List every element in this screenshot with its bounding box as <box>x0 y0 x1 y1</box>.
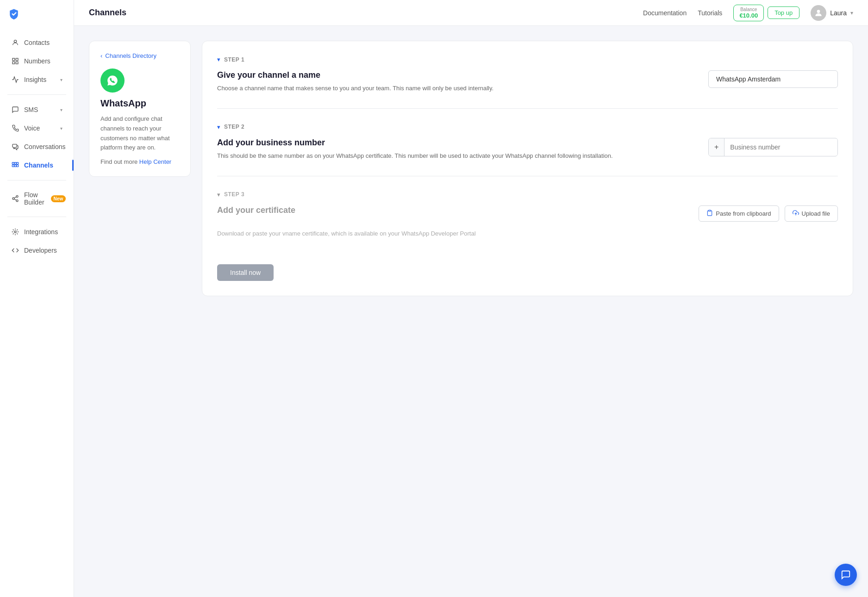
chevron-down-icon: ▾ <box>60 126 62 131</box>
whatsapp-logo <box>100 68 125 93</box>
back-link-label: Channels Directory <box>105 52 156 59</box>
step-1-section: ▾ STEP 1 Give your channel a name Choose… <box>217 56 838 109</box>
svg-rect-5 <box>12 162 14 164</box>
svg-point-12 <box>12 198 14 199</box>
sidebar-item-conversations[interactable]: Conversations <box>4 138 70 155</box>
chevron-down-icon: ▾ <box>217 56 220 63</box>
sidebar-item-insights[interactable]: Insights ▾ <box>4 71 70 88</box>
step-3-header: ▾ STEP 3 <box>217 191 838 198</box>
step-2-label: STEP 2 <box>224 124 244 130</box>
step-1-header: ▾ STEP 1 <box>217 56 838 63</box>
step-3-section: ▾ STEP 3 Add your certificate Paste from… <box>217 191 838 254</box>
sidebar-item-label: Insights <box>24 76 46 83</box>
grid-icon <box>11 57 19 65</box>
step-3-actions: Paste from clipboard Upload file <box>699 205 838 222</box>
svg-point-0 <box>14 40 16 43</box>
sidebar-item-label: Numbers <box>24 57 50 65</box>
svg-rect-6 <box>14 162 16 164</box>
clipboard-icon <box>706 210 713 218</box>
balance-amount: €10.00 <box>739 12 758 19</box>
svg-rect-7 <box>17 162 19 164</box>
documentation-link[interactable]: Documentation <box>643 9 687 17</box>
step-3-content: Add your certificate Paste from clipboar… <box>217 205 838 222</box>
step-2-info: Add your business number This should be … <box>217 138 693 161</box>
conversations-icon <box>11 143 19 151</box>
balance-box: Balance €10.00 <box>733 5 764 21</box>
sidebar-item-integrations[interactable]: Integrations <box>4 223 70 241</box>
sidebar-item-channels[interactable]: Channels <box>4 156 70 174</box>
svg-line-15 <box>14 197 17 198</box>
step-2-section: ▾ STEP 2 Add your business number This s… <box>217 124 838 176</box>
svg-rect-1 <box>12 58 15 61</box>
chevron-down-icon: ▾ <box>60 77 62 82</box>
cert-description: Download or paste your vname certificate… <box>217 229 838 239</box>
business-number-wrap: + <box>708 138 838 156</box>
upload-label: Upload file <box>802 210 830 217</box>
step-1-info: Give your channel a name Choose a channe… <box>217 70 693 93</box>
step-2-content: Add your business number This should be … <box>217 138 838 161</box>
sidebar-item-label: SMS <box>24 106 38 113</box>
step-1-desc: Choose a channel name that makes sense t… <box>217 84 693 93</box>
svg-rect-8 <box>12 165 14 167</box>
sidebar-item-contacts[interactable]: Contacts <box>4 34 70 51</box>
sidebar-item-developers[interactable]: Developers <box>4 242 70 259</box>
chevron-down-icon: ▾ <box>217 191 220 198</box>
topup-button[interactable]: Top up <box>768 6 799 19</box>
paste-from-clipboard-button[interactable]: Paste from clipboard <box>699 205 779 222</box>
sms-icon <box>11 106 19 114</box>
chat-bubble-button[interactable] <box>835 564 857 586</box>
svg-rect-10 <box>17 165 19 167</box>
logo[interactable] <box>0 7 74 33</box>
number-plus-icon[interactable]: + <box>709 138 724 156</box>
voice-icon <box>11 124 19 132</box>
sidebar-item-label: Developers <box>24 247 57 254</box>
sidebar-item-numbers[interactable]: Numbers <box>4 52 70 70</box>
content-area: ‹ Channels Directory WhatsApp Add and co… <box>74 26 868 597</box>
developers-icon <box>11 246 19 255</box>
flow-icon <box>11 194 19 203</box>
sidebar: Contacts Numbers Insights ▾ SMS ▾ Voice … <box>0 0 74 597</box>
sidebar-item-sms[interactable]: SMS ▾ <box>4 101 70 118</box>
step-3-info: Add your certificate <box>217 205 684 219</box>
new-badge: New <box>51 195 66 202</box>
sidebar-item-label: Channels <box>24 162 53 169</box>
help-center-link[interactable]: Help Center <box>139 158 171 165</box>
tutorials-link[interactable]: Tutorials <box>698 9 722 17</box>
svg-rect-19 <box>709 210 711 211</box>
active-indicator <box>72 160 74 171</box>
business-number-input[interactable] <box>724 139 837 155</box>
step-1-content: Give your channel a name Choose a channe… <box>217 70 838 93</box>
channel-name-input[interactable] <box>708 70 838 88</box>
balance-label: Balance <box>740 7 757 12</box>
sidebar-item-label: Flow Builder <box>24 191 44 206</box>
step-3-title: Add your certificate <box>217 205 684 215</box>
chevron-down-icon: ▾ <box>217 124 220 131</box>
paste-label: Paste from clipboard <box>716 210 771 217</box>
chevron-down-icon: ▾ <box>60 107 62 112</box>
header: Channels Documentation Tutorials Balance… <box>74 0 868 26</box>
avatar <box>811 5 826 21</box>
user-chevron-icon[interactable]: ▾ <box>850 10 853 16</box>
step-2-header: ▾ STEP 2 <box>217 124 838 131</box>
integrations-icon <box>11 228 19 236</box>
svg-point-16 <box>14 231 16 233</box>
back-link[interactable]: ‹ Channels Directory <box>100 52 179 59</box>
user-menu[interactable]: Laura ▾ <box>811 5 853 21</box>
install-now-button[interactable]: Install now <box>217 264 274 281</box>
user-name: Laura <box>830 9 847 17</box>
person-icon <box>11 38 19 47</box>
step-1-title: Give your channel a name <box>217 70 693 80</box>
channels-icon <box>11 161 19 169</box>
sidebar-item-flow-builder[interactable]: Flow Builder New <box>4 187 70 211</box>
sidebar-item-label: Contacts <box>24 39 50 46</box>
svg-rect-3 <box>12 62 15 64</box>
step-1-input-area <box>708 70 838 88</box>
sidebar-item-voice[interactable]: Voice ▾ <box>4 119 70 137</box>
divider <box>7 94 66 95</box>
left-panel: ‹ Channels Directory WhatsApp Add and co… <box>89 41 191 177</box>
step-2-title: Add your business number <box>217 138 693 148</box>
divider <box>7 180 66 180</box>
upload-file-button[interactable]: Upload file <box>785 205 838 222</box>
main-area: Channels Documentation Tutorials Balance… <box>74 0 868 597</box>
svg-line-14 <box>14 199 17 200</box>
